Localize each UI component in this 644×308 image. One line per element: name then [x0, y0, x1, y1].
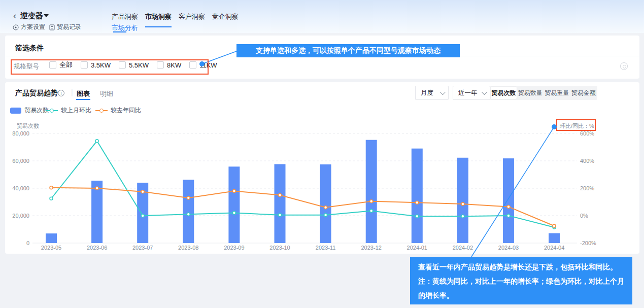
legend-label: 较去年同比 — [111, 106, 141, 115]
filter-section-title: 筛选条件 — [15, 44, 44, 53]
view-tab-underline — [76, 99, 90, 100]
legend-yoy[interactable]: 较去年同比 — [95, 106, 141, 115]
callout-dot — [199, 61, 205, 66]
title-dropdown-caret-icon[interactable] — [44, 14, 49, 17]
tab-customer-insight[interactable]: 客户洞察 — [179, 12, 205, 27]
axis-label-highlight-box — [556, 119, 596, 131]
view-tab-chart[interactable]: 图表 — [77, 89, 90, 98]
back-icon[interactable]: ‹ — [13, 11, 16, 20]
range-select-value: 近一年 — [458, 89, 478, 97]
plan-settings-button[interactable]: 方案设置 — [13, 23, 45, 31]
metric-trade-count-button[interactable]: 贸易次数 — [491, 87, 517, 99]
trade-trend-panel: 产品贸易趋势 ! | 图表 明细 月度 近一年 贸易次数 贸易数量 贸易重量 贸… — [5, 82, 639, 254]
product-title[interactable]: 逆变器 — [20, 11, 43, 21]
filter-highlight-box — [11, 59, 209, 75]
trade-records-label: 贸易记录 — [57, 23, 81, 31]
bar-legend-swatch — [10, 108, 21, 114]
line-legend-marker — [95, 109, 108, 113]
line-legend-marker — [46, 109, 58, 113]
page-header: ‹ 逆变器 方案设置 贸易记录 产品洞察 市场洞察 客户洞察 竞企洞察 市场分析 — [0, 0, 644, 33]
plan-settings-label: 方案设置 — [21, 23, 45, 31]
market-insight-page: ‹ 逆变器 方案设置 贸易记录 产品洞察 市场洞察 客户洞察 竞企洞察 市场分析… — [0, 0, 644, 308]
chevron-down-icon — [440, 89, 446, 95]
tab-competitor-insight[interactable]: 竞企洞察 — [212, 12, 239, 27]
filter-note-tooltip: 支持单选和多选，可以按照单个产品不同型号观察市场动态 — [236, 44, 460, 57]
period-select-value: 月度 — [421, 89, 433, 97]
view-tab-detail[interactable]: 明细 — [100, 89, 113, 98]
filter-settings-gear-icon[interactable] — [620, 62, 628, 70]
legend-mom[interactable]: 较上月环比 — [46, 106, 91, 115]
metric-trade-weight-button[interactable]: 贸易重量 — [544, 87, 570, 99]
metric-trade-amount-button[interactable]: 贸易金额 — [571, 87, 597, 99]
info-icon[interactable]: ! — [58, 90, 64, 96]
metric-trade-quantity-button[interactable]: 贸易数量 — [518, 87, 544, 99]
subtab-underline — [113, 31, 126, 32]
legend-label: 贸易次数 — [24, 106, 49, 115]
range-select[interactable]: 近一年 — [453, 86, 490, 100]
chevron-down-icon — [482, 89, 487, 95]
legend-label: 较上月环比 — [61, 106, 91, 115]
period-select[interactable]: 月度 — [415, 86, 449, 100]
tab-market-insight[interactable]: 市场洞察 — [145, 12, 172, 27]
trend-title: 产品贸易趋势 — [15, 89, 58, 98]
metric-button-group: 贸易次数 贸易数量 贸易重量 贸易金额 — [490, 86, 597, 100]
callout-dot — [552, 124, 557, 129]
legend-trade-count[interactable]: 贸易次数 — [10, 106, 49, 115]
divider: | — [71, 88, 73, 96]
chart-note-tooltip: 查看近一年内产品贸易趋势是增长还是下跌，包括环比和同比。注：黄线为同比，对比上一… — [410, 257, 632, 304]
trade-records-button[interactable]: 贸易记录 — [49, 23, 81, 31]
document-icon — [49, 24, 55, 30]
target-icon — [13, 24, 19, 30]
